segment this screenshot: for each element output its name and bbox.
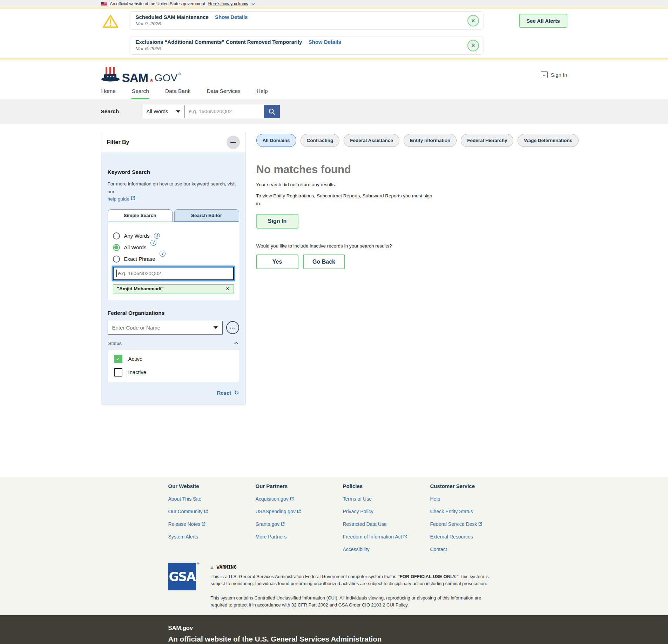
- main-nav: Home Search Data Bank Data Services Help: [0, 86, 668, 99]
- nav-item-data-services[interactable]: Data Services: [206, 86, 241, 99]
- reset-filters-link[interactable]: Reset: [217, 390, 231, 396]
- footer-link-help[interactable]: Help: [430, 496, 521, 502]
- domain-tab-wage-determinations[interactable]: Wage Determinations: [518, 134, 579, 147]
- footer-link-more-partners[interactable]: More Partners: [256, 534, 343, 540]
- see-all-alerts-button[interactable]: See All Alerts: [519, 14, 567, 28]
- uncle-sam-hat-icon: ★ ★ ★: [101, 66, 120, 83]
- footer-link-label: Freedom of Information Act: [343, 534, 402, 540]
- search-button[interactable]: [264, 105, 280, 118]
- header-sign-in-link[interactable]: ← Sign In: [541, 71, 567, 78]
- footer-link-label: Accessibility: [343, 547, 370, 552]
- chevron-down-icon[interactable]: [251, 3, 255, 5]
- footer-column-policies: Policies Terms of Use Privacy Policy Res…: [343, 480, 430, 552]
- footer-link-privacy-policy[interactable]: Privacy Policy: [343, 509, 430, 514]
- checkbox-unchecked-icon[interactable]: [114, 368, 122, 377]
- radio-any-words-label: Any Words: [124, 233, 150, 239]
- footer-link-acquisition-gov[interactable]: Acquisition.gov: [256, 496, 343, 502]
- footer-heading: Policies: [343, 483, 430, 489]
- footer-link-external-resources[interactable]: External Resources: [430, 534, 521, 540]
- search-mode-select[interactable]: All Words: [142, 105, 185, 118]
- radio-exact-phrase[interactable]: [113, 256, 120, 263]
- status-option-active[interactable]: ✓ Active: [114, 355, 233, 363]
- footer-link-label: Our Community: [168, 509, 203, 514]
- global-search-input[interactable]: [185, 105, 264, 118]
- footer-link-terms-of-use[interactable]: Terms of Use: [343, 496, 430, 502]
- gov-banner: An official website of the United States…: [0, 0, 668, 8]
- alerts-section: Scheduled SAM Maintenance Show Details M…: [0, 8, 668, 59]
- info-icon[interactable]: i: [160, 251, 166, 257]
- domain-tab-federal-assistance[interactable]: Federal Assistance: [344, 134, 399, 147]
- footer-link-label: Terms of Use: [343, 496, 372, 502]
- show-details-link[interactable]: Show Details: [308, 39, 341, 45]
- footer-link-federal-service-desk[interactable]: Federal Service Desk: [430, 521, 521, 527]
- tab-search-editor[interactable]: Search Editor: [174, 209, 239, 222]
- how-you-know-link[interactable]: Here’s how you know: [208, 1, 248, 6]
- footer-link-foia[interactable]: Freedom of Information Act: [343, 534, 430, 540]
- remove-chip-icon[interactable]: ✕: [226, 286, 230, 291]
- footer-link-accessibility[interactable]: Accessibility: [343, 547, 430, 552]
- footer-link-system-alerts[interactable]: System Alerts: [168, 534, 256, 540]
- us-flag-icon: [101, 2, 107, 6]
- show-details-link[interactable]: Show Details: [215, 14, 248, 20]
- status-option-inactive[interactable]: Inactive: [114, 368, 233, 377]
- footer-link-check-entity-status[interactable]: Check Entity Status: [430, 509, 521, 514]
- footer-link-release-notes[interactable]: Release Notes: [168, 521, 256, 527]
- radio-all-words[interactable]: [113, 244, 120, 251]
- bottom-bar-title: SAM.gov: [168, 625, 567, 631]
- reset-icon[interactable]: ↻: [234, 389, 239, 396]
- text-cursor: [116, 270, 117, 277]
- close-alert-button[interactable]: ✕: [467, 15, 479, 26]
- footer-link-our-community[interactable]: Our Community: [168, 509, 256, 514]
- close-alert-button[interactable]: ✕: [467, 40, 479, 51]
- simple-search-panel: Any Words i All Words i Exact Phrase i: [108, 222, 239, 300]
- sam-gov-logo[interactable]: ★ ★ ★ SAM ★ GOV ®: [101, 66, 181, 83]
- nav-item-home[interactable]: Home: [101, 86, 116, 99]
- footer-link-label: Grants.gov: [256, 521, 279, 527]
- keyword-search-input[interactable]: [113, 267, 234, 280]
- chevron-up-icon[interactable]: [234, 342, 238, 345]
- alert-date: Mar 6, 2026: [136, 46, 461, 51]
- footer-link-label: Help: [430, 496, 440, 502]
- footer-link-label: USASpending.gov: [256, 509, 296, 514]
- external-link-icon: [202, 522, 205, 526]
- info-icon[interactable]: i: [154, 233, 160, 239]
- domain-tab-contracting[interactable]: Contracting: [301, 134, 340, 147]
- footer-link-contact[interactable]: Contact: [430, 547, 521, 552]
- help-guide-link[interactable]: help guide: [108, 196, 135, 202]
- yes-button[interactable]: Yes: [256, 255, 298, 269]
- no-matches-title: No matches found: [256, 163, 579, 176]
- keyword-info-text: For more information on how to use our k…: [108, 181, 236, 194]
- gsa-logo-text: GSA: [169, 570, 195, 584]
- footer-link-grants-gov[interactable]: Grants.gov: [256, 521, 343, 527]
- footer-link-label: Restricted Data Use: [343, 521, 387, 527]
- footer-column-our-website: Our Website About This Site Our Communit…: [168, 480, 256, 552]
- more-options-button[interactable]: ...: [226, 321, 239, 334]
- nav-item-help[interactable]: Help: [256, 86, 268, 99]
- collapse-filters-button[interactable]: [227, 136, 240, 149]
- go-back-button[interactable]: Go Back: [303, 255, 345, 269]
- ellipsis-icon: ...: [230, 324, 235, 330]
- checkbox-checked-icon[interactable]: ✓: [114, 355, 122, 363]
- warning-block: ⚠ WARNING This is a U.S. General Service…: [211, 563, 491, 609]
- domain-tab-federal-hierarchy[interactable]: Federal Hierarchy: [461, 134, 513, 147]
- no-results-text: Your search did not return any results.: [256, 182, 579, 187]
- footer-link-usaspending-gov[interactable]: USASpending.gov: [256, 509, 343, 514]
- federal-org-input[interactable]: [108, 321, 223, 335]
- logo-text-gov: GOV: [155, 73, 178, 83]
- footer-link-restricted-data-use[interactable]: Restricted Data Use: [343, 521, 430, 527]
- tab-simple-search[interactable]: Simple Search: [108, 209, 173, 222]
- domain-tab-entity-information[interactable]: Entity Information: [404, 134, 457, 147]
- bottom-identity-bar: SAM.gov An official website of the U.S. …: [0, 615, 668, 644]
- site-header: ★ ★ ★ SAM ★ GOV ® ← Sign In: [0, 59, 668, 86]
- sign-in-button[interactable]: Sign In: [256, 214, 298, 229]
- keyword-chip-label: "Amjid Mohammadi": [117, 286, 164, 291]
- nav-item-data-bank[interactable]: Data Bank: [165, 86, 191, 99]
- info-icon[interactable]: i: [150, 240, 156, 246]
- domain-tab-all-domains[interactable]: All Domains: [256, 134, 296, 147]
- radio-any-words[interactable]: [113, 232, 120, 239]
- magnifier-icon: [268, 108, 276, 115]
- footer-link-label: Privacy Policy: [343, 509, 373, 514]
- footer-link-label: Check Entity Status: [430, 509, 473, 514]
- nav-item-search[interactable]: Search: [131, 86, 149, 99]
- footer-link-about-this-site[interactable]: About This Site: [168, 496, 256, 502]
